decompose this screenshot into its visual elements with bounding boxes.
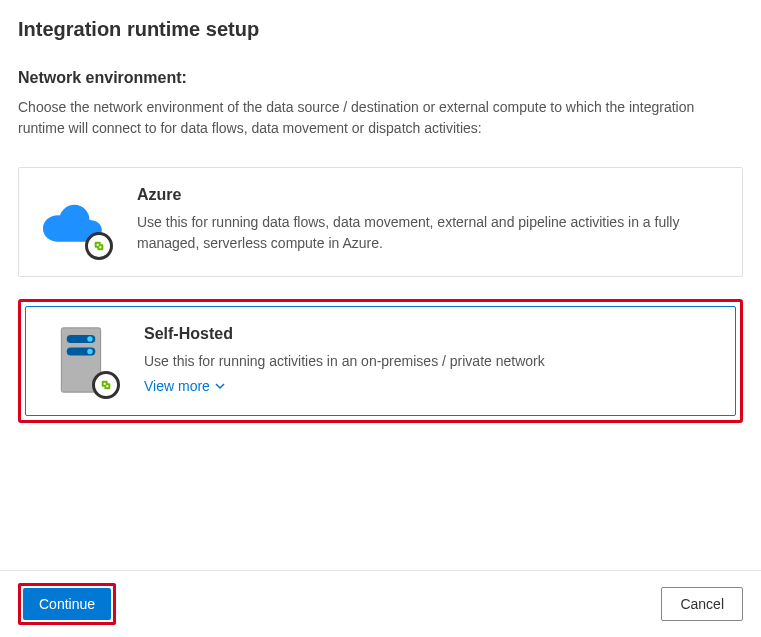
azure-cloud-icon	[39, 186, 109, 256]
page-title: Integration runtime setup	[18, 18, 743, 41]
svg-point-5	[87, 349, 92, 354]
integration-runtime-badge-icon	[92, 371, 120, 399]
option-azure-description: Use this for running data flows, data mo…	[137, 212, 722, 254]
option-selfhosted-inner[interactable]: Self-Hosted Use this for running activit…	[25, 306, 736, 416]
chevron-down-icon	[214, 380, 226, 392]
option-selfhosted[interactable]: Self-Hosted Use this for running activit…	[18, 299, 743, 423]
option-selfhosted-description: Use this for running activities in an on…	[144, 351, 715, 372]
section-heading: Network environment:	[18, 69, 743, 87]
cancel-button[interactable]: Cancel	[661, 587, 743, 621]
option-azure-title: Azure	[137, 186, 722, 204]
svg-point-3	[87, 336, 92, 341]
option-azure[interactable]: Azure Use this for running data flows, d…	[18, 167, 743, 277]
section-description: Choose the network environment of the da…	[18, 97, 743, 139]
integration-runtime-badge-icon	[85, 232, 113, 260]
view-more-label: View more	[144, 378, 210, 394]
server-icon	[46, 325, 116, 395]
option-selfhosted-title: Self-Hosted	[144, 325, 715, 343]
view-more-link[interactable]: View more	[144, 378, 226, 394]
continue-button-highlight: Continue	[18, 583, 116, 625]
continue-button[interactable]: Continue	[23, 588, 111, 620]
dialog-footer: Continue Cancel	[0, 570, 761, 637]
